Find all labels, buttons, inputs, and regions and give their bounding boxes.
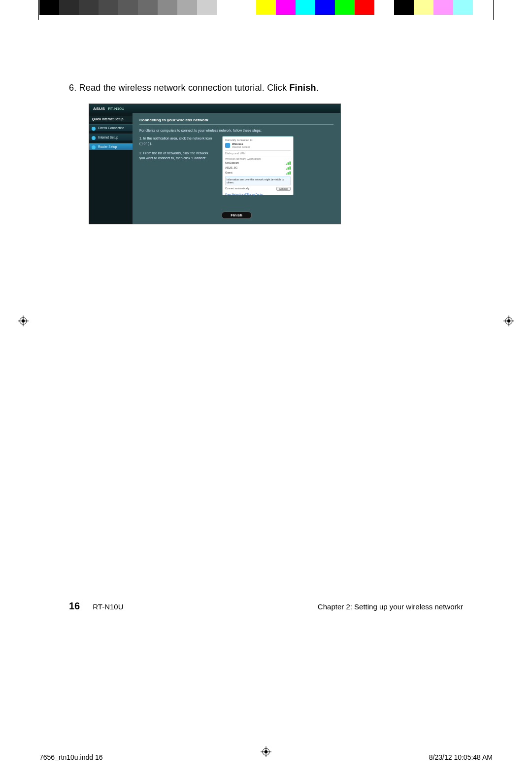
connect-button[interactable]: Connect — [276, 187, 291, 191]
router-model: RT-N10U — [108, 106, 124, 111]
sidebar-item-router-setup[interactable]: Router Setup — [89, 143, 133, 150]
sidebar-item-internet-setup[interactable]: Internet Setup — [89, 134, 133, 141]
color-swatch — [315, 0, 335, 15]
panel-step-2: 2. From the list of networks, click the … — [139, 151, 213, 161]
sidebar-item-label: Check Connection — [98, 126, 124, 130]
popup-auto-connect[interactable]: Connect automatically — [225, 187, 249, 191]
sidebar-item-check-connection[interactable]: Check Connection — [89, 124, 133, 132]
step-text-after: . — [316, 83, 319, 93]
router-header: ASUS RT-N10U — [89, 104, 340, 113]
network-row[interactable]: NetSupport — [225, 160, 291, 165]
color-swatch — [355, 0, 374, 15]
panel-steps: 1. In the notification area, click the n… — [139, 136, 213, 195]
page-footer: 16 RT-N10U Chapter 2: Setting up your wi… — [69, 600, 463, 612]
color-swatch — [276, 0, 296, 15]
color-swatch — [414, 0, 433, 15]
color-swatch — [197, 0, 217, 15]
sidebar-item-label: Internet Setup — [98, 136, 118, 139]
router-main-panel: Connecting to your wireless network For … — [133, 113, 340, 224]
color-swatch — [296, 0, 315, 15]
footer-model: RT-N10U — [93, 602, 123, 611]
indesign-slug: 7656_rtn10u.indd 16 8/23/12 10:05:48 AM — [39, 753, 493, 761]
color-swatch — [79, 0, 99, 15]
network-name: ASUS_5G — [225, 166, 237, 169]
network-row[interactable]: ASUS_5G — [225, 165, 291, 170]
color-swatch — [217, 0, 236, 15]
router-ui-screenshot: ASUS RT-N10U Quick Internet Setup Check … — [89, 104, 341, 224]
color-swatch — [138, 0, 158, 15]
router-brand: ASUS — [93, 106, 105, 111]
network-name: NetSupport — [225, 161, 239, 164]
page-number: 16 — [69, 600, 80, 612]
panel-step-1: 1. In the notification area, click the n… — [139, 136, 213, 146]
color-swatch — [394, 0, 414, 15]
color-swatch — [473, 0, 493, 15]
slug-file: 7656_rtn10u.indd 16 — [39, 753, 102, 761]
panel-title: Connecting to your wireless network — [139, 118, 333, 122]
windows-network-popup: Currently connected to: Wireless Interne… — [222, 136, 294, 195]
color-swatch — [158, 0, 177, 15]
panel-intro: For clients or computers to connect to y… — [139, 129, 333, 132]
step-number: 6. — [69, 83, 76, 93]
printer-color-bar — [39, 0, 493, 15]
color-swatch — [39, 0, 59, 15]
sidebar-header: Quick Internet Setup — [89, 116, 133, 122]
color-swatch — [374, 0, 394, 15]
color-swatch — [99, 0, 118, 15]
color-swatch — [177, 0, 197, 15]
network-name: Guest — [225, 171, 233, 174]
color-swatch — [236, 0, 256, 15]
popup-footer-link[interactable]: Open Network and Sharing Center — [225, 193, 291, 196]
step-text-before: Read the wireless network connection tut… — [76, 83, 289, 93]
color-swatch — [256, 0, 276, 15]
signal-bars-icon — [286, 166, 291, 170]
crop-line — [38, 0, 39, 20]
color-swatch — [118, 0, 138, 15]
slug-timestamp: 8/23/12 10:05:48 AM — [429, 753, 493, 761]
color-swatch — [453, 0, 473, 15]
footer-chapter: Chapter 2: Setting up your wireless netw… — [318, 602, 463, 611]
finish-button[interactable]: Finish — [221, 212, 252, 219]
crop-line — [493, 0, 494, 20]
color-swatch — [59, 0, 79, 15]
instruction-step-6: 6. Read the wireless network connection … — [69, 83, 463, 93]
popup-warning: Information sent over this network might… — [225, 176, 291, 185]
color-swatch — [433, 0, 453, 15]
registration-mark-icon — [18, 316, 29, 326]
wireless-icon — [225, 143, 230, 148]
router-sidebar: Quick Internet Setup Check Connection In… — [89, 113, 133, 224]
network-row[interactable]: Guest — [225, 170, 291, 175]
color-swatch — [335, 0, 355, 15]
popup-header: Currently connected to: — [225, 139, 291, 141]
registration-mark-icon — [503, 316, 514, 326]
signal-bars-icon — [286, 161, 291, 165]
step-bold-word: Finish — [289, 83, 316, 93]
signal-bars-icon — [286, 171, 291, 175]
popup-section-dialup: Dial-up and VPN — [225, 152, 291, 155]
popup-wireless-sub: Internet access — [232, 145, 250, 148]
sidebar-item-label: Router Setup — [98, 145, 117, 148]
